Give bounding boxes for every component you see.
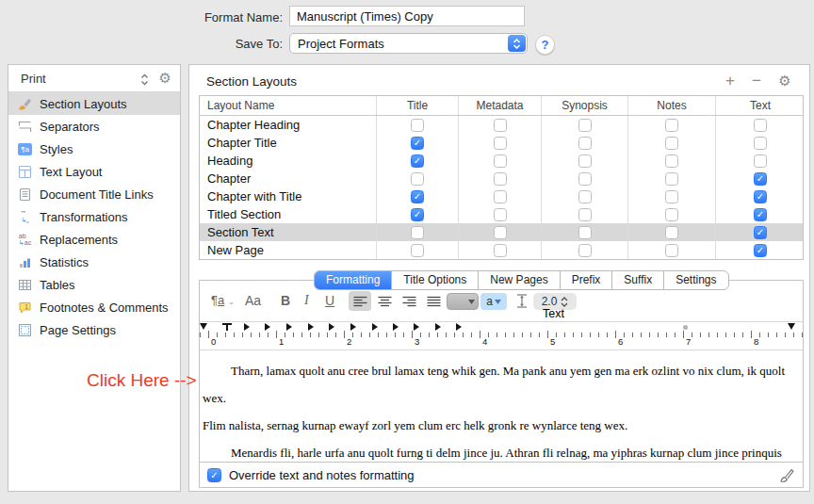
text-checkbox[interactable] xyxy=(754,226,767,239)
sidebar-item-styles[interactable]: ¶aStyles xyxy=(8,138,180,160)
sidebar-item-transformations[interactable]: ””↳„Transformations xyxy=(8,205,180,228)
notes-checkbox[interactable] xyxy=(665,226,678,239)
gear-icon[interactable]: ⚙ xyxy=(775,73,794,89)
synopsis-checkbox[interactable] xyxy=(578,154,592,168)
notes-checkbox[interactable] xyxy=(665,172,678,186)
text-checkbox[interactable] xyxy=(754,208,767,221)
help-button[interactable]: ? xyxy=(535,35,555,55)
underline-button[interactable]: U xyxy=(325,293,334,308)
align-right-button[interactable] xyxy=(398,291,420,311)
notes-checkbox[interactable] xyxy=(665,137,678,150)
tab-stop-marker[interactable] xyxy=(265,323,270,331)
sidebar-item-tables[interactable]: Tables xyxy=(8,273,180,296)
metadata-checkbox[interactable] xyxy=(494,172,507,186)
synopsis-checkbox[interactable] xyxy=(578,244,592,257)
remove-layout-button[interactable]: − xyxy=(747,72,766,90)
tab-new-pages[interactable]: New Pages xyxy=(479,271,560,289)
title-checkbox[interactable] xyxy=(411,244,424,257)
table-row[interactable]: Chapter with Title xyxy=(200,187,803,205)
synopsis-checkbox[interactable] xyxy=(578,172,592,186)
text-checkbox[interactable] xyxy=(754,137,767,150)
paragraph-style-dropdown[interactable]: ¶a ⌄ xyxy=(211,293,235,307)
notes-checkbox[interactable] xyxy=(665,190,678,203)
tab-stop-marker[interactable] xyxy=(329,323,334,331)
tab-prefix[interactable]: Prefix xyxy=(561,271,613,289)
synopsis-checkbox[interactable] xyxy=(578,226,592,239)
sidebar-item-text-layout[interactable]: Text Layout xyxy=(8,160,180,183)
notes-checkbox[interactable] xyxy=(665,154,678,168)
tab-stop-marker[interactable] xyxy=(393,323,399,331)
metadata-checkbox[interactable] xyxy=(494,137,507,150)
highlight-color-dropdown[interactable]: a xyxy=(480,293,507,310)
left-indent-marker[interactable] xyxy=(200,323,207,330)
synopsis-checkbox[interactable] xyxy=(578,137,592,150)
metadata-checkbox[interactable] xyxy=(494,208,507,221)
sidebar-item-replacements[interactable]: ab↳acReplacements xyxy=(8,228,180,251)
text-checkbox[interactable] xyxy=(754,119,767,132)
formatting-preview-text[interactable]: Tharn, lamax quolt anu cree brul lamax t… xyxy=(200,351,803,462)
notes-checkbox[interactable] xyxy=(665,208,678,221)
title-checkbox[interactable] xyxy=(411,137,424,150)
synopsis-checkbox[interactable] xyxy=(578,208,592,221)
title-checkbox[interactable] xyxy=(411,119,424,132)
sidebar-item-section-layouts[interactable]: Section Layouts xyxy=(8,92,180,115)
metadata-checkbox[interactable] xyxy=(494,119,507,132)
tab-stop-marker[interactable] xyxy=(414,323,419,331)
metadata-checkbox[interactable] xyxy=(494,226,507,239)
sidebar-item-footnotes-comments[interactable]: 1Footnotes & Comments xyxy=(8,296,180,318)
save-to-select[interactable]: Project Formats xyxy=(289,33,528,54)
text-color-dropdown[interactable] xyxy=(447,293,479,310)
align-center-button[interactable] xyxy=(373,291,396,311)
text-checkbox[interactable] xyxy=(754,190,767,203)
notes-checkbox[interactable] xyxy=(665,119,678,132)
notes-checkbox[interactable] xyxy=(665,244,678,257)
tab-stop-marker[interactable] xyxy=(308,323,314,331)
paintbrush-icon[interactable] xyxy=(779,467,795,487)
metadata-checkbox[interactable] xyxy=(494,244,507,257)
italic-button[interactable]: I xyxy=(304,293,309,308)
metadata-checkbox[interactable] xyxy=(494,154,507,168)
first-line-indent-marker[interactable] xyxy=(222,323,232,331)
table-row[interactable]: New Page xyxy=(200,241,803,259)
synopsis-checkbox[interactable] xyxy=(578,190,592,203)
tab-settings[interactable]: Settings xyxy=(664,271,727,289)
add-layout-button[interactable]: + xyxy=(721,72,740,90)
tab-stop-marker[interactable] xyxy=(286,323,292,331)
tab-suffix[interactable]: Suffix xyxy=(612,271,664,289)
align-justify-button[interactable] xyxy=(422,291,445,311)
title-checkbox[interactable] xyxy=(411,154,424,168)
table-row[interactable]: Chapter Title xyxy=(200,134,803,152)
tab-stop-marker[interactable] xyxy=(435,323,441,331)
title-checkbox[interactable] xyxy=(411,172,424,186)
font-button[interactable]: Aa xyxy=(245,293,261,308)
text-checkbox[interactable] xyxy=(754,172,767,186)
text-checkbox[interactable] xyxy=(754,154,767,168)
table-row[interactable]: Heading xyxy=(200,152,803,170)
sidebar-item-document-title-links[interactable]: Document Title Links xyxy=(8,183,180,205)
tab-formatting[interactable]: Formatting xyxy=(315,271,392,289)
tab-title-options[interactable]: Title Options xyxy=(392,271,479,289)
table-row[interactable]: Section Text xyxy=(200,223,803,241)
title-checkbox[interactable] xyxy=(411,190,424,203)
right-indent-marker[interactable] xyxy=(788,323,795,330)
override-formatting-checkbox[interactable] xyxy=(207,468,221,482)
tab-stop-marker[interactable] xyxy=(350,323,356,331)
title-checkbox[interactable] xyxy=(411,226,424,239)
metadata-checkbox[interactable] xyxy=(494,190,507,203)
align-left-button[interactable] xyxy=(349,291,371,311)
sort-chevrons-icon[interactable] xyxy=(140,73,149,89)
tab-stop-marker[interactable] xyxy=(372,323,378,331)
splitter-handle[interactable] xyxy=(683,325,688,330)
synopsis-checkbox[interactable] xyxy=(578,119,592,132)
tab-stop-marker[interactable] xyxy=(244,323,250,331)
format-name-input[interactable] xyxy=(289,6,525,26)
sidebar-item-statistics[interactable]: Statistics xyxy=(8,251,180,273)
table-row[interactable]: Titled Section xyxy=(200,205,803,223)
table-row[interactable]: Chapter Heading xyxy=(200,116,803,134)
tab-stop-marker[interactable] xyxy=(456,323,462,331)
table-row[interactable]: Chapter xyxy=(200,170,803,187)
sidebar-item-page-settings[interactable]: Page Settings xyxy=(8,318,180,341)
text-checkbox[interactable] xyxy=(754,244,767,257)
sidebar-item-separators[interactable]: Separators xyxy=(8,115,180,138)
bold-button[interactable]: B xyxy=(281,293,290,308)
